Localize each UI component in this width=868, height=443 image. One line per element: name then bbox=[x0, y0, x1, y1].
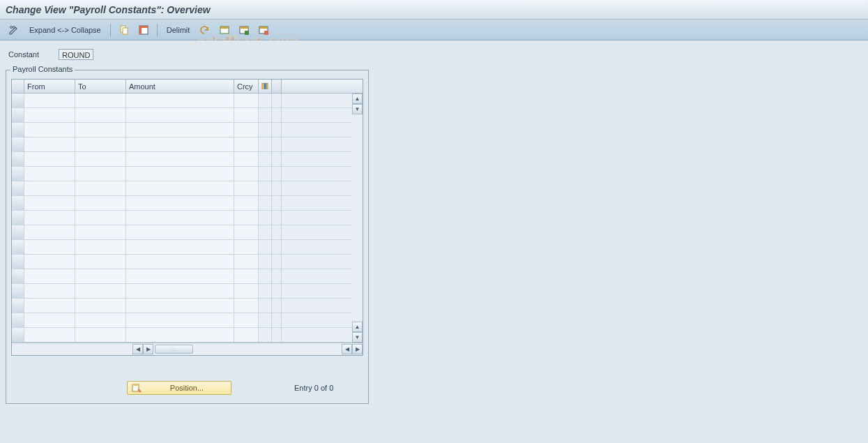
cell-amount[interactable] bbox=[126, 284, 234, 298]
scroll-down-small-button[interactable]: ▼ bbox=[352, 104, 363, 114]
cell-from[interactable] bbox=[24, 240, 75, 254]
cell-crcy[interactable] bbox=[234, 152, 259, 166]
cell-crcy[interactable] bbox=[234, 225, 259, 239]
cell-to[interactable] bbox=[75, 181, 126, 195]
cell-to[interactable] bbox=[75, 152, 126, 166]
toggle-edit-button[interactable] bbox=[6, 23, 22, 37]
cell-amount[interactable] bbox=[126, 240, 234, 254]
cell-from[interactable] bbox=[24, 269, 75, 283]
undo-button[interactable] bbox=[197, 23, 213, 37]
cell-from[interactable] bbox=[24, 167, 75, 181]
cell-from[interactable] bbox=[24, 123, 75, 137]
select-all-button[interactable] bbox=[135, 23, 152, 37]
cell-amount[interactable] bbox=[126, 225, 234, 239]
row-selector[interactable] bbox=[12, 313, 24, 327]
cell-to[interactable] bbox=[75, 255, 126, 269]
cell-amount[interactable] bbox=[126, 93, 234, 107]
row-selector[interactable] bbox=[12, 137, 24, 151]
cell-to[interactable] bbox=[75, 299, 126, 313]
hscroll-right2-button[interactable]: ▶ bbox=[352, 344, 363, 354]
cell-from[interactable] bbox=[24, 313, 75, 327]
column-selector[interactable] bbox=[12, 80, 24, 93]
cell-crcy[interactable] bbox=[234, 284, 259, 298]
cell-amount[interactable] bbox=[126, 137, 234, 151]
expand-collapse-button[interactable]: Expand <-> Collapse bbox=[25, 23, 105, 37]
cell-amount[interactable] bbox=[126, 269, 234, 283]
cell-from[interactable] bbox=[24, 299, 75, 313]
cell-crcy[interactable] bbox=[234, 313, 259, 327]
position-button[interactable]: Position... bbox=[127, 381, 231, 395]
cell-amount[interactable] bbox=[126, 299, 234, 313]
cell-from[interactable] bbox=[24, 108, 75, 122]
cell-crcy[interactable] bbox=[234, 181, 259, 195]
row-selector[interactable] bbox=[12, 328, 24, 342]
cell-crcy[interactable] bbox=[234, 269, 259, 283]
cell-from[interactable] bbox=[24, 196, 75, 210]
row-selector[interactable] bbox=[12, 225, 24, 239]
cell-to[interactable] bbox=[75, 284, 126, 298]
cell-amount[interactable] bbox=[126, 123, 234, 137]
row-selector[interactable] bbox=[12, 123, 24, 137]
hscroll-right-button[interactable]: ▶ bbox=[143, 344, 153, 354]
row-selector[interactable] bbox=[12, 181, 24, 195]
row-selector[interactable] bbox=[12, 211, 24, 225]
cell-to[interactable] bbox=[75, 313, 126, 327]
cell-crcy[interactable] bbox=[234, 93, 259, 107]
cell-crcy[interactable] bbox=[234, 167, 259, 181]
row-selector[interactable] bbox=[12, 152, 24, 166]
cell-crcy[interactable] bbox=[234, 328, 259, 342]
cell-to[interactable] bbox=[75, 167, 126, 181]
cell-to[interactable] bbox=[75, 225, 126, 239]
hscroll-left2-button[interactable]: ◀ bbox=[342, 344, 352, 354]
row-selector[interactable] bbox=[12, 240, 24, 254]
row-selector[interactable] bbox=[12, 196, 24, 210]
hscroll-thumb[interactable]: ::: bbox=[155, 345, 193, 354]
cell-crcy[interactable] bbox=[234, 255, 259, 269]
cell-to[interactable] bbox=[75, 123, 126, 137]
cell-crcy[interactable] bbox=[234, 240, 259, 254]
cell-from[interactable] bbox=[24, 255, 75, 269]
row-selector[interactable] bbox=[12, 284, 24, 298]
column-crcy[interactable]: Crcy bbox=[234, 80, 259, 93]
copy-button[interactable] bbox=[116, 23, 132, 37]
option1-button[interactable] bbox=[216, 23, 233, 37]
cell-amount[interactable] bbox=[126, 108, 234, 122]
cell-from[interactable] bbox=[24, 152, 75, 166]
cell-crcy[interactable] bbox=[234, 211, 259, 225]
cell-amount[interactable] bbox=[126, 313, 234, 327]
column-to[interactable]: To bbox=[75, 80, 126, 93]
row-selector[interactable] bbox=[12, 269, 24, 283]
vertical-scrollbar[interactable]: ▲ ▼ ▲ ▼ bbox=[352, 93, 363, 343]
delimit-button[interactable]: Delimit bbox=[162, 23, 195, 37]
cell-amount[interactable] bbox=[126, 211, 234, 225]
row-selector[interactable] bbox=[12, 108, 24, 122]
cell-to[interactable] bbox=[75, 137, 126, 151]
cell-from[interactable] bbox=[24, 225, 75, 239]
column-from[interactable]: From bbox=[24, 80, 75, 93]
scroll-up-small-button[interactable]: ▲ bbox=[352, 322, 363, 332]
cell-to[interactable] bbox=[75, 211, 126, 225]
option3-button[interactable] bbox=[255, 23, 272, 37]
cell-amount[interactable] bbox=[126, 167, 234, 181]
cell-from[interactable] bbox=[24, 137, 75, 151]
cell-crcy[interactable] bbox=[234, 299, 259, 313]
cell-crcy[interactable] bbox=[234, 108, 259, 122]
cell-to[interactable] bbox=[75, 328, 126, 342]
row-selector[interactable] bbox=[12, 255, 24, 269]
cell-amount[interactable] bbox=[126, 181, 234, 195]
row-selector[interactable] bbox=[12, 299, 24, 313]
cell-amount[interactable] bbox=[126, 328, 234, 342]
column-amount[interactable]: Amount bbox=[126, 80, 234, 93]
cell-from[interactable] bbox=[24, 284, 75, 298]
configure-columns-button[interactable] bbox=[259, 80, 271, 93]
cell-to[interactable] bbox=[75, 108, 126, 122]
cell-crcy[interactable] bbox=[234, 196, 259, 210]
cell-from[interactable] bbox=[24, 181, 75, 195]
option2-button[interactable] bbox=[236, 23, 252, 37]
cell-to[interactable] bbox=[75, 93, 126, 107]
cell-crcy[interactable] bbox=[234, 123, 259, 137]
cell-to[interactable] bbox=[75, 240, 126, 254]
row-selector[interactable] bbox=[12, 93, 24, 107]
cell-from[interactable] bbox=[24, 211, 75, 225]
cell-to[interactable] bbox=[75, 269, 126, 283]
